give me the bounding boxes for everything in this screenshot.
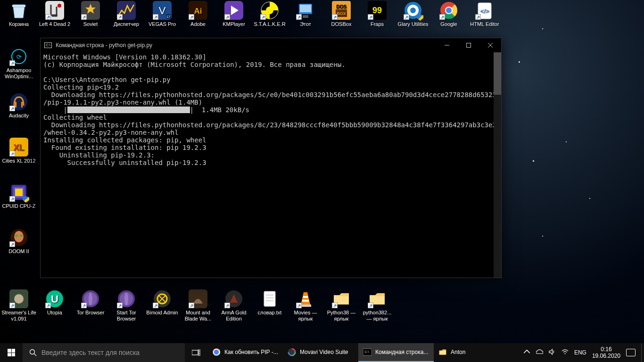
onedrive-icon[interactable] [536, 348, 543, 357]
start-button[interactable] [0, 343, 23, 362]
show-desktop-button[interactable] [641, 343, 644, 362]
desktop-icon-utopia[interactable]: U↗Utopia [37, 289, 73, 316]
desktop-icon-doom[interactable]: ↗DOOM II [1, 228, 37, 255]
shortcut-arrow-icon: ↗ [45, 14, 51, 20]
icon-label: DOOM II [8, 248, 29, 255]
clock[interactable]: 0:16 19.06.2020 [592, 346, 620, 359]
glary-icon: ↗ [404, 1, 422, 20]
language-indicator[interactable]: ENG [574, 349, 586, 356]
html-icon: </>↗ [475, 1, 494, 20]
svg-point-83 [214, 350, 219, 355]
shortcut-arrow-icon: ↗ [9, 196, 15, 202]
desktop-icon-ai[interactable]: Ai↗Adobe [180, 1, 216, 27]
shortcut-arrow-icon: ↗ [368, 14, 373, 20]
svg-text:DOS: DOS [336, 4, 347, 9]
desktop-icon-tor[interactable]: ↗Tor Browser [73, 289, 108, 316]
svg-rect-78 [198, 354, 200, 355]
shortcut-arrow-icon: ↗ [9, 241, 15, 247]
icon-label: VEGAS Pro [149, 21, 176, 27]
search-box[interactable]: Введите здесь текст для поиска [23, 343, 185, 362]
shortcut-arrow-icon: ↗ [260, 14, 266, 20]
task-view-button[interactable] [185, 343, 207, 362]
desktop-icon-folder[interactable]: ↗Python38 — ярлык [323, 289, 359, 322]
desktop-icon-streamer[interactable]: ↗Streamer's Life v1.091 [1, 289, 37, 322]
cmd-titlebar[interactable]: C:\ Командная строка - python get-pip.py [41, 38, 501, 52]
desktop-icon-fraps[interactable]: 99↗Fraps [359, 1, 395, 27]
icon-label: ArmA Gold Edition [216, 310, 251, 322]
svg-rect-47 [20, 235, 23, 237]
desktop-icon-taskmgr[interactable]: ↗Диспетчер [108, 1, 144, 27]
desktop-icon-bimoid[interactable]: ↗Bimoid Admin [144, 289, 180, 316]
desktop-icon-ashampoo[interactable]: ⟳↗Ashampoo WinOptimi... [1, 47, 37, 80]
close-button[interactable] [479, 38, 501, 52]
svg-point-25 [410, 8, 416, 13]
desktop-icon-chrome[interactable]: ↗Google [431, 1, 467, 27]
arma-icon: ↗ [224, 289, 243, 308]
desktop-icon-folder[interactable]: ↗python382... — ярлык [359, 289, 395, 322]
taskbar-item[interactable]: Как обновить PIP -... [207, 343, 283, 362]
folder-icon: ↗ [332, 289, 351, 308]
icon-label: Streamer's Life v1.091 [1, 310, 36, 322]
desktop-icon-soviet[interactable]: ↗Soviet [73, 1, 108, 27]
svg-text:Ai: Ai [194, 7, 202, 16]
desktop-icon-cpuz[interactable]: ↗CPUID CPU-Z [1, 183, 37, 209]
notifications-icon[interactable] [626, 349, 636, 356]
ai-icon: Ai↗ [189, 1, 207, 20]
desktop-icon-txt[interactable]: словар.txt [252, 289, 288, 316]
txt-icon [260, 289, 279, 308]
desktop-icon-vegas[interactable]: V17↗VEGAS Pro [144, 1, 180, 27]
icon-label: Python38 — ярлык [324, 310, 359, 322]
shortcut-arrow-icon: ↗ [9, 60, 15, 66]
tray-chevron-icon[interactable] [523, 348, 530, 357]
desktop-icon-mount[interactable]: ↗Mount and Blade Wa... [180, 289, 216, 322]
cmd-icon: C:\ [363, 348, 372, 356]
taskbar-item[interactable]: Anton [434, 343, 509, 362]
svg-text:V: V [159, 5, 166, 16]
svg-rect-75 [192, 350, 198, 355]
svg-rect-67 [302, 300, 309, 302]
cmd-output[interactable]: Microsoft Windows [Version 10.0.18362.30… [41, 52, 501, 278]
svg-text:</>: </> [480, 8, 489, 15]
chrome-icon [212, 348, 221, 356]
shortcut-arrow-icon: ↗ [368, 303, 373, 308]
bimoid-icon: ↗ [153, 289, 172, 308]
citiesxl-icon: XL↗ [9, 138, 28, 156]
maximize-button[interactable] [458, 38, 479, 52]
shortcut-arrow-icon: ↗ [404, 14, 409, 20]
desktop-icon-html[interactable]: </>↗HTML Editor [467, 1, 503, 27]
desktop-icon-bin[interactable]: Корзина [1, 1, 37, 27]
shortcut-arrow-icon: ↗ [224, 303, 230, 308]
pc-icon: ↗ [296, 1, 315, 20]
desktop-icon-pc[interactable]: ↗Этот [288, 1, 323, 27]
cmd-scrollbar[interactable] [494, 52, 501, 278]
desktop-icon-vlc[interactable]: ↗Movies — ярлык [288, 289, 323, 322]
svg-point-73 [30, 350, 35, 354]
wifi-icon[interactable] [561, 348, 569, 357]
icon-label: Adobe [190, 21, 206, 27]
icon-label: KMPlayer [223, 21, 245, 27]
desktop-icon-stalker[interactable]: ↗S.T.A.L.K.E.R [252, 1, 288, 27]
taskbar-item[interactable]: Movavi Video Suite [283, 343, 358, 362]
icon-label: Google [440, 21, 457, 27]
desktop-icon-tor[interactable]: ↗Start Tor Browser [108, 289, 144, 322]
stalker-icon: ↗ [260, 1, 279, 20]
desktop-icon-dosbox[interactable]: DOSBOX↗DOSBox [323, 1, 359, 27]
shortcut-arrow-icon: ↗ [296, 303, 302, 308]
desktop-icon-arma[interactable]: ↗ArmA Gold Edition [216, 289, 252, 322]
icon-label: словар.txt [258, 310, 282, 316]
icon-label: Fraps [371, 21, 384, 27]
svg-text:17: 17 [166, 15, 170, 18]
search-placeholder: Введите здесь текст для поиска [41, 349, 140, 356]
fraps-icon: 99↗ [368, 1, 387, 20]
desktop-icon-kmp[interactable]: ↗KMPlayer [216, 1, 252, 27]
utopia-icon: U↗ [45, 289, 64, 308]
desktop-icon-citiesxl[interactable]: XL↗Cities XL 2012 [1, 138, 37, 164]
desktop-icon-glary[interactable]: ↗Glary Utilities [395, 1, 431, 27]
desktop-icon-audacity[interactable]: ↗Audacity [1, 92, 37, 119]
taskmgr-icon: ↗ [117, 1, 136, 20]
taskbar-item[interactable]: C:\Командная строка... [358, 343, 434, 362]
volume-icon[interactable] [549, 348, 556, 357]
desktop-icon-l4d[interactable]: ↗Left 4 Dead 2 [37, 1, 73, 27]
svg-rect-66 [303, 296, 308, 298]
minimize-button[interactable] [436, 38, 458, 52]
